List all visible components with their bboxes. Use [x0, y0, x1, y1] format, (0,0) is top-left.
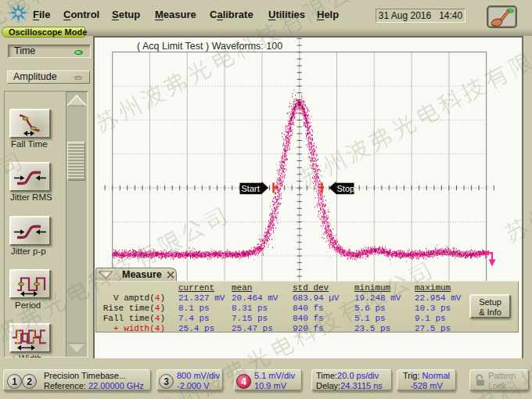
- svg-text:Start: Start: [242, 184, 260, 193]
- svg-text:Stop: Stop: [337, 184, 355, 193]
